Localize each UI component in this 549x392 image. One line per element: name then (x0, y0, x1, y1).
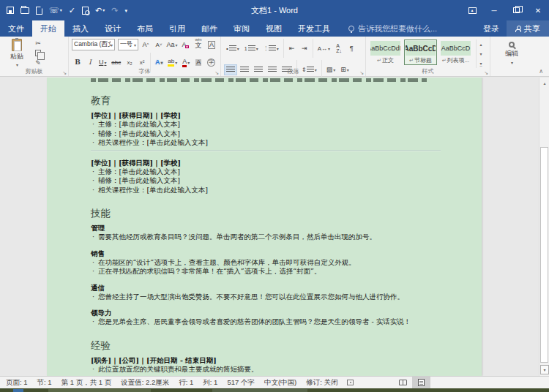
doc-heading[interactable]: 教育 (91, 94, 441, 107)
doc-bullet-line[interactable]: 正在寻找匹配的求职信吗？非常简单！在“插入”选项卡上，选择“封面”。 (91, 267, 441, 276)
character-border-icon[interactable]: A (206, 39, 217, 50)
tab-layout[interactable]: 布局 (129, 20, 161, 37)
doc-entry-title[interactable]: 领导力 (91, 309, 441, 317)
document-page[interactable]: 教育[学位] | [获得日期] | [学校]主修：[单击此处输入文本]辅修：[单… (47, 78, 482, 376)
multilevel-list-icon[interactable]: ⋮▾ (261, 43, 281, 54)
bold-icon[interactable]: B (72, 57, 83, 68)
font-size-select[interactable]: 一号▾ (118, 39, 138, 50)
doc-bullet-line[interactable]: 主修：[单击此处输入文本] (91, 167, 441, 177)
tab-design[interactable]: 设计 (97, 20, 129, 37)
style-card-section-heading[interactable]: AaBbCcD 节标题 (404, 39, 437, 65)
styles-scroll-up-icon[interactable]: ▴ (477, 39, 485, 49)
doc-heading[interactable]: 技能 (91, 206, 441, 219)
restore-icon[interactable] (505, 0, 527, 20)
tab-view[interactable]: 视图 (258, 20, 290, 37)
bullets-icon[interactable]: •▾ (224, 43, 242, 54)
tab-references[interactable]: 引用 (161, 20, 193, 37)
strikethrough-icon[interactable]: abc (109, 57, 123, 68)
minimize-icon[interactable]: ─ (483, 0, 505, 20)
scroll-up-icon[interactable]: ▴ (540, 78, 549, 88)
styles-dialog-launcher[interactable]: ↘ (484, 70, 488, 75)
status-column[interactable]: 列: 1 (203, 378, 217, 388)
status-vertical-position[interactable]: 设置值: 2.2厘米 (121, 378, 169, 388)
styles-gallery-more-icon[interactable]: ▾̲ (477, 59, 485, 68)
shrink-font-icon[interactable]: A˅ (153, 39, 165, 50)
doc-entry-title[interactable]: [学位] | [获得日期] | [学校] (91, 159, 441, 167)
borders-icon[interactable]: ⊞▾ (338, 64, 351, 75)
justify-icon[interactable] (266, 64, 279, 75)
phonetic-guide-icon[interactable]: wén文 (193, 39, 204, 50)
text-highlight-icon[interactable]: ab▾ (165, 57, 179, 68)
doc-bullet-line[interactable]: 您曾经主持了一场大型演出饱受赞扬。不要不好意思！您可以在此位置展示您如何与他人进… (91, 293, 441, 302)
show-hide-marks-icon[interactable]: ¶ (346, 43, 357, 54)
doc-bullet-line[interactable]: 辅修：[单击此处输入文本] (91, 176, 441, 186)
paragraph-dialog-launcher[interactable]: ↘ (359, 70, 364, 75)
status-line[interactable]: 行: 1 (179, 378, 193, 388)
doc-entry-title[interactable]: 管理 (91, 224, 441, 233)
status-page[interactable]: 页面: 1 (6, 378, 28, 388)
status-section[interactable]: 节: 1 (37, 378, 52, 388)
touch-mode-icon[interactable]: ☏▾ (49, 7, 62, 15)
tab-file[interactable]: 文件 (0, 20, 32, 37)
character-shading-icon[interactable]: A (193, 57, 204, 68)
font-color-icon[interactable]: A▾ (180, 57, 192, 68)
style-card-normal[interactable]: AaBbCcDdE 正文 (369, 39, 402, 65)
distribute-icon[interactable] (280, 64, 294, 75)
status-track-changes[interactable]: 修订: 关闭 (306, 378, 337, 388)
asian-layout-icon[interactable]: A↔▾ (315, 43, 332, 54)
macro-record-icon[interactable] (347, 380, 354, 385)
print-preview-icon[interactable] (82, 7, 89, 15)
text-effects-icon[interactable]: A▾ (153, 57, 165, 68)
align-center-icon[interactable] (238, 64, 251, 75)
doc-bullet-line[interactable]: 相关课程作业：[单击此处输入文本] (91, 138, 441, 148)
style-card-list-item[interactable]: AaBbCcD 列表项... (439, 39, 472, 65)
doc-bullet-line[interactable]: 需要其他经历或教育条目吗？没问题。单击两者的第二个示例条目，然后单击出现的加号。 (91, 233, 441, 242)
vertical-scrollbar[interactable]: ▴ ▾ (539, 78, 549, 376)
font-dialog-launcher[interactable]: ↘ (214, 70, 219, 75)
collapse-ribbon-icon[interactable]: ∧ (539, 68, 543, 75)
scroll-down-icon[interactable]: ▾ (540, 365, 549, 374)
spelling-check-icon[interactable]: ✓ (69, 7, 75, 15)
open-icon[interactable] (20, 7, 29, 14)
copy-icon[interactable] (32, 48, 44, 57)
tab-insert[interactable]: 插入 (64, 20, 97, 37)
doc-bullet-line[interactable]: 主修：[单击此处输入文本] (91, 120, 441, 129)
doc-bullet-line[interactable]: 辅修：[单击此处输入文本] (91, 129, 441, 139)
enclose-characters-icon[interactable]: 字 (205, 57, 217, 68)
underline-icon[interactable]: U▾ (97, 57, 108, 68)
tab-review[interactable]: 审阅 (225, 20, 258, 37)
tab-mailings[interactable]: 邮件 (193, 20, 225, 37)
doc-entry-title[interactable]: [职务] | [公司] | [开始日期 - 结束日期] (91, 356, 441, 365)
doc-entry-title[interactable]: [学位] | [获得日期] | [学校] (91, 111, 441, 120)
read-mode-icon[interactable] (394, 377, 412, 388)
clipboard-dialog-launcher[interactable]: ↘ (62, 70, 67, 75)
tab-developer[interactable]: 开发工具 (290, 20, 338, 37)
print-layout-icon[interactable] (412, 377, 430, 388)
status-page-count[interactable]: 第 1 页，共 1 页 (61, 378, 112, 388)
undo-icon[interactable]: ↶▾ (95, 7, 105, 15)
status-language[interactable]: 中文(中国) (264, 378, 296, 388)
tab-home[interactable]: 开始 (32, 20, 64, 37)
align-right-icon[interactable] (252, 64, 265, 75)
numbering-icon[interactable]: 1▾ (242, 43, 261, 54)
qat-customize-icon[interactable]: ▾ (124, 8, 127, 13)
editing-button[interactable]: 编辑 ▾ (493, 39, 530, 67)
paste-button[interactable]: 粘贴 ▾ (3, 39, 31, 67)
doc-bullet-line[interactable]: 相关课程作业：[单击此处输入文本] (91, 186, 441, 195)
ribbon-display-options-icon[interactable]: ▴ (461, 0, 483, 20)
line-spacing-icon[interactable]: ⇕▾ (299, 64, 319, 75)
superscript-icon[interactable]: x² (136, 57, 148, 68)
grow-font-icon[interactable]: A^ (140, 39, 152, 50)
doc-heading[interactable]: 经验 (91, 339, 441, 352)
styles-scroll-down-icon[interactable]: ▾ (477, 49, 485, 59)
decrease-indent-icon[interactable]: ⇤ (286, 43, 298, 54)
doc-entry-title[interactable]: 销售 (91, 249, 441, 258)
cut-icon[interactable]: ✂ (32, 39, 44, 48)
shading-icon[interactable]: ▨▾ (324, 64, 338, 75)
redo-icon[interactable]: ↷ (111, 7, 118, 15)
tell-me-box[interactable]: 告诉我您想要做什么... (348, 20, 437, 37)
clear-formatting-icon[interactable]: A (179, 39, 191, 50)
sign-in-button[interactable]: 登录 (476, 20, 507, 37)
status-word-count[interactable]: 517 个字 (227, 378, 255, 388)
new-document-icon[interactable] (36, 7, 42, 15)
